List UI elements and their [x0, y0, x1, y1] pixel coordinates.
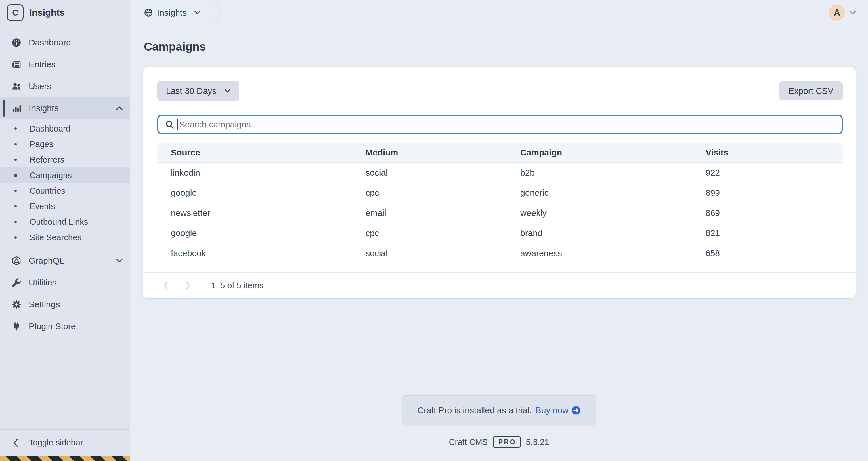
trial-notice-text: Craft Pro is installed as a trial.: [417, 405, 532, 415]
insights-subnav: Dashboard Pages Referrers Campaigns Coun…: [0, 119, 130, 247]
sidebar-item-plugin-store[interactable]: Plugin Store: [0, 315, 130, 337]
cell-campaign: awareness: [520, 248, 706, 258]
cell-source: facebook: [157, 248, 366, 258]
pagination-bar: 1–5 of 5 items: [143, 272, 856, 298]
users-icon: [11, 81, 21, 91]
pagination-prev-button[interactable]: [159, 279, 172, 292]
sidebar-item-label: Dashboard: [29, 38, 71, 48]
sidebar-item-utilities[interactable]: Utilities: [0, 272, 130, 293]
column-header-campaign: Campaign: [520, 148, 706, 157]
subnav-item-dashboard[interactable]: Dashboard: [0, 121, 130, 136]
date-range-value: Last 30 Days: [166, 86, 216, 96]
subnav-item-site-searches[interactable]: Site Searches: [0, 230, 130, 245]
breadcrumb[interactable]: Insights: [144, 8, 200, 18]
toggle-sidebar-button[interactable]: Toggle sidebar: [0, 429, 130, 456]
cell-campaign: generic: [520, 188, 706, 198]
newspaper-icon: [11, 60, 21, 69]
chevron-down-icon: [224, 89, 231, 93]
export-csv-button[interactable]: Export CSV: [779, 81, 843, 100]
cell-medium: social: [366, 168, 520, 177]
version-number: 5.8.21: [526, 437, 549, 447]
sidebar-item-dashboard[interactable]: Dashboard: [0, 32, 130, 54]
search-input[interactable]: [179, 120, 836, 129]
page-title: Campaigns: [144, 40, 868, 54]
sidebar-item-label: Utilities: [29, 278, 57, 287]
table-row[interactable]: newsletter email weekly 869: [157, 203, 843, 223]
arrow-right-circle-icon: [571, 406, 581, 415]
export-csv-label: Export CSV: [788, 86, 834, 96]
sidebar-nav-bottom: GraphQL Utilities Settings: [0, 250, 130, 337]
subnav-item-campaigns[interactable]: Campaigns: [0, 168, 130, 183]
cell-medium: social: [366, 248, 520, 258]
card-toolbar: Last 30 Days Export CSV: [157, 81, 843, 101]
sidebar-item-label: Entries: [29, 60, 56, 69]
plug-icon: [11, 321, 21, 331]
pagination-next-button[interactable]: [182, 279, 194, 292]
sidebar-item-label: GraphQL: [29, 256, 64, 266]
pagination-summary: 1–5 of 5 items: [211, 281, 264, 290]
trial-hazard-stripe: [0, 456, 130, 461]
sidebar-item-label: Users: [29, 81, 51, 91]
subnav-item-outbound-links[interactable]: Outbound Links: [0, 214, 130, 230]
cell-visits: 899: [706, 188, 843, 198]
sidebar-item-users[interactable]: Users: [0, 76, 130, 97]
sidebar-item-settings[interactable]: Settings: [0, 293, 130, 315]
column-header-source: Source: [157, 148, 366, 157]
bullet-icon: [14, 236, 17, 238]
table-row[interactable]: linkedin social b2b 922: [157, 163, 843, 183]
plugin-logo-letter: C: [12, 8, 19, 18]
subnav-item-label: Events: [30, 202, 55, 211]
chevron-up-icon: [116, 106, 123, 111]
table-row[interactable]: google cpc generic 899: [157, 183, 843, 203]
column-header-medium: Medium: [366, 148, 520, 157]
breadcrumb-label: Insights: [157, 8, 187, 18]
search-box: [157, 115, 843, 135]
cell-visits: 821: [706, 228, 843, 238]
avatar-letter: A: [834, 7, 840, 18]
cell-campaign: b2b: [520, 168, 706, 177]
page-content: Campaigns Last 30 Days Export CSV: [130, 25, 868, 461]
chevron-down-icon[interactable]: [849, 10, 857, 15]
sidebar-title: Insights: [29, 7, 65, 18]
subnav-item-pages[interactable]: Pages: [0, 136, 130, 152]
sidebar-item-entries[interactable]: Entries: [0, 54, 130, 76]
buy-now-label: Buy now: [535, 405, 568, 415]
globe-icon: [144, 8, 153, 17]
avatar[interactable]: A: [828, 4, 845, 21]
bullet-icon: [14, 159, 17, 161]
chevron-down-icon: [194, 10, 200, 15]
sidebar-item-insights[interactable]: Insights: [0, 97, 130, 119]
wrench-icon: [11, 278, 21, 287]
version-line: Craft CMS PRO 5.8.21: [449, 436, 549, 448]
cell-medium: cpc: [366, 188, 520, 198]
edition-badge: PRO: [493, 436, 521, 448]
cell-source: newsletter: [157, 208, 366, 218]
product-name: Craft CMS: [449, 437, 488, 447]
subnav-item-label: Dashboard: [30, 124, 70, 134]
bullet-icon: [13, 174, 17, 177]
trial-notice: Craft Pro is installed as a trial. Buy n…: [402, 395, 596, 425]
buy-now-link[interactable]: Buy now: [535, 405, 581, 415]
text-caret: [178, 119, 178, 130]
table-header-row: Source Medium Campaign Visits: [157, 143, 843, 163]
sidebar-item-graphql[interactable]: GraphQL: [0, 250, 130, 272]
bullet-icon: [14, 190, 17, 192]
bullet-icon: [14, 127, 17, 130]
cell-visits: 658: [706, 248, 843, 258]
table-row[interactable]: facebook social awareness 658: [157, 243, 843, 263]
sidebar-item-label: Insights: [29, 103, 58, 113]
cell-medium: email: [366, 208, 520, 218]
subnav-item-countries[interactable]: Countries: [0, 183, 130, 199]
gear-icon: [11, 299, 21, 309]
subnav-item-referrers[interactable]: Referrers: [0, 152, 130, 168]
table-row[interactable]: google cpc brand 821: [157, 223, 843, 243]
subnav-item-events[interactable]: Events: [0, 199, 130, 214]
bar-chart-icon: [11, 103, 21, 113]
date-range-select[interactable]: Last 30 Days: [157, 81, 239, 101]
campaigns-table: Source Medium Campaign Visits linkedin s…: [157, 143, 843, 263]
bullet-icon: [14, 221, 17, 223]
cell-source: linkedin: [157, 168, 366, 177]
account-menu: A: [828, 4, 857, 21]
sidebar-nav: Dashboard Entries Users Insights: [0, 25, 130, 337]
subnav-item-label: Countries: [30, 186, 65, 196]
